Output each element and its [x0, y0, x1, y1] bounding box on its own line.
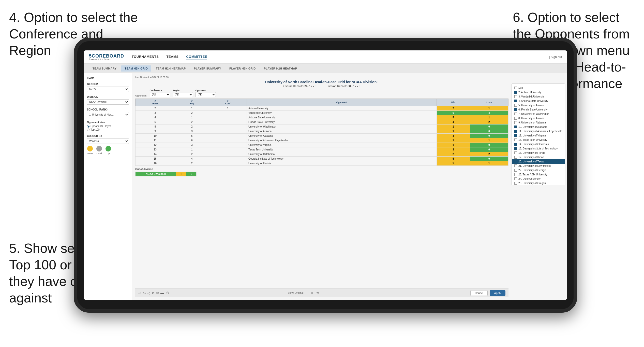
cell-rank: 10 [136, 134, 175, 138]
undo-icon[interactable]: ↩ [138, 291, 141, 295]
dropdown-item[interactable]: 23. Texas A&M University [512, 172, 565, 177]
sidebar-division-label: Division [87, 95, 129, 98]
sidebar-school-label: School (Rank) [87, 108, 129, 111]
cell-conf [209, 120, 247, 124]
sidebar-team-section: Team [87, 76, 129, 79]
cancel-button[interactable]: Cancel [470, 290, 488, 296]
dropdown-item[interactable]: 4. Arizona State University [512, 99, 565, 103]
dropdown-item[interactable]: 3. Vanderbilt University [512, 94, 565, 99]
dropdown-item[interactable]: 8. University of Arizona [512, 116, 565, 120]
nav-links: TOURNAMENTS TEAMS COMMITTEE [132, 54, 549, 60]
legend-down-label: Down [87, 152, 93, 155]
col-opponent: Opponent [247, 99, 437, 106]
cell-win: 1 [437, 138, 470, 143]
dropdown-item[interactable]: 21. University of New Mexico [512, 164, 565, 168]
table-row: 13 1 Texas Tech University 3 0 [136, 147, 508, 152]
dropdown-item-label: 22. University of Georgia [518, 169, 546, 172]
sidebar-colour-section: Colour by Win/loss Down Level [87, 135, 129, 155]
dropdown-item[interactable]: 17. University of Illinois [512, 155, 565, 159]
cell-rank: 12 [136, 143, 175, 147]
report-record: Overall Record: 89 - 17 - 0 Division Rec… [135, 85, 508, 88]
legend-level: Level [96, 146, 102, 155]
dropdown-item-label: 15. Georgia Institute of Technology [518, 147, 558, 150]
conference-filter-select[interactable]: (All) [150, 92, 170, 97]
dropdown-item[interactable]: 5. University of Arizona [512, 103, 565, 107]
dropdown-item-label: 8. University of Arizona [518, 117, 544, 120]
cell-opponent: University of Arkansas, Fayetteville [247, 138, 437, 143]
dropdown-item[interactable]: 2. Auburn University [512, 90, 565, 94]
cell-rank: 4 [136, 115, 175, 120]
sidebar-division-select[interactable]: NCAA Division I [87, 99, 129, 105]
cell-loss: 1 [470, 115, 508, 120]
cell-conf [209, 152, 247, 157]
refresh-icon[interactable]: ↺ [152, 291, 155, 295]
cell-rank: 6 [136, 120, 175, 124]
back-icon[interactable]: ◁ [147, 291, 150, 295]
dropdown-item[interactable]: 16. University of Florida [512, 151, 565, 155]
nav-committee[interactable]: COMMITTEE [186, 54, 207, 60]
dropdown-item[interactable]: 24. Duke University [512, 177, 565, 181]
filter-conference: Conference (All) [150, 89, 170, 97]
legend-level-label: Level [96, 152, 102, 155]
dash-icon[interactable]: ▬ [160, 291, 164, 295]
cell-opponent: University of Virginia [247, 143, 437, 147]
dropdown-item[interactable]: 25. University of Oregon [512, 181, 565, 185]
tab-team-summary[interactable]: TEAM SUMMARY [89, 65, 120, 72]
dropdown-item-label: 3. Vanderbilt University [518, 95, 544, 98]
tab-player-summary[interactable]: PLAYER SUMMARY [190, 65, 225, 72]
apply-button[interactable]: Apply [490, 290, 505, 296]
tab-team-h2h-heatmap[interactable]: TEAM H2H HEATMAP [152, 65, 189, 72]
dropdown-item[interactable]: 14. University of Oklahoma [512, 142, 565, 146]
cell-conf [209, 115, 247, 120]
dropdown-checkbox [514, 95, 517, 98]
table-row: 8 2 University of Washington 1 0 [136, 124, 508, 129]
dropdown-item[interactable]: 22. University of Georgia [512, 168, 565, 172]
dropdown-item[interactable]: 7. University of Washington [512, 112, 565, 116]
region-filter-select[interactable]: (All) [173, 92, 193, 97]
clock-icon[interactable]: ⏱ [166, 291, 169, 295]
center-content: Last Updated: 4/1/2024 16:55:38 Universi… [132, 73, 512, 300]
sidebar-colour-select[interactable]: Win/loss [87, 138, 129, 144]
radio-top100[interactable]: Top 100 [87, 128, 129, 131]
redo-icon[interactable]: ↪ [143, 291, 146, 295]
nav-tournaments[interactable]: TOURNAMENTS [132, 54, 159, 60]
tab-team-h2h-grid[interactable]: TEAM H2H GRID [121, 65, 151, 72]
copy-icon[interactable]: ⧉ [156, 291, 159, 295]
dropdown-item[interactable]: 11. University of Arkansas, Fayetteville [512, 129, 565, 133]
sub-nav: TEAM SUMMARY TEAM H2H GRID TEAM H2H HEAT… [84, 64, 567, 73]
dropdown-item-label: 14. University of Oklahoma [518, 143, 549, 146]
app-logo: 5COREBOARD Powered by Scout [89, 54, 124, 60]
dropdown-item[interactable]: 9. University of Alabama [512, 120, 565, 125]
cell-loss: 4 [470, 111, 508, 115]
cell-conf [209, 138, 247, 143]
opponent-dropdown-panel[interactable]: (All)2. Auburn University3. Vanderbilt U… [512, 84, 565, 185]
radio-opponents-played[interactable]: Opponents Played [87, 125, 129, 128]
dropdown-item-label: 21. University of New Mexico [518, 164, 551, 167]
table-row: 9 3 University of Arizona 1 0 [136, 129, 508, 134]
cell-opponent: University of Oklahoma [247, 152, 437, 157]
table-row: 10 5 University of Alabama 3 0 [136, 134, 508, 138]
action-bar: ↩ ↪ ◁ ↺ ⧉ ▬ ⏱ View: Original 👁 W Cancel … [135, 288, 508, 297]
dropdown-checkbox [514, 160, 517, 163]
cell-loss: 2 [470, 152, 508, 157]
tab-player-h2h-heatmap[interactable]: PLAYER H2H HEATMAP [260, 65, 301, 72]
dropdown-item[interactable]: 12. University of Virginia [512, 133, 565, 138]
dropdown-item-label: 4. Arizona State University [518, 100, 548, 102]
dropdown-item-label: 10. University of Alabama [518, 126, 547, 128]
dropdown-item[interactable]: 10. University of Alabama [512, 125, 565, 129]
tab-player-h2h-grid[interactable]: PLAYER H2H GRID [226, 65, 259, 72]
nav-signout[interactable]: | Sign out [549, 55, 562, 59]
dropdown-item[interactable]: 15. Georgia Institute of Technology [512, 146, 565, 151]
cell-reg: 2 [175, 161, 209, 166]
dropdown-item[interactable]: 20. University of Texas [512, 159, 565, 164]
sidebar-school-select[interactable]: 1. University of Nort... [87, 112, 129, 117]
nav-teams[interactable]: TEAMS [166, 54, 178, 60]
sidebar-gender-select[interactable]: Men's [87, 87, 129, 92]
out-division-win: 1 [176, 172, 186, 176]
dropdown-item[interactable]: 13. Texas Tech University [512, 138, 565, 142]
dropdown-checkbox [514, 138, 517, 141]
opponent-filter-select[interactable]: (All) [196, 92, 216, 97]
main-content: Team Gender Men's Division NCAA Division… [84, 73, 567, 300]
dropdown-item[interactable]: 6. Florida State University [512, 107, 565, 112]
dropdown-item[interactable]: (All) [512, 86, 565, 90]
